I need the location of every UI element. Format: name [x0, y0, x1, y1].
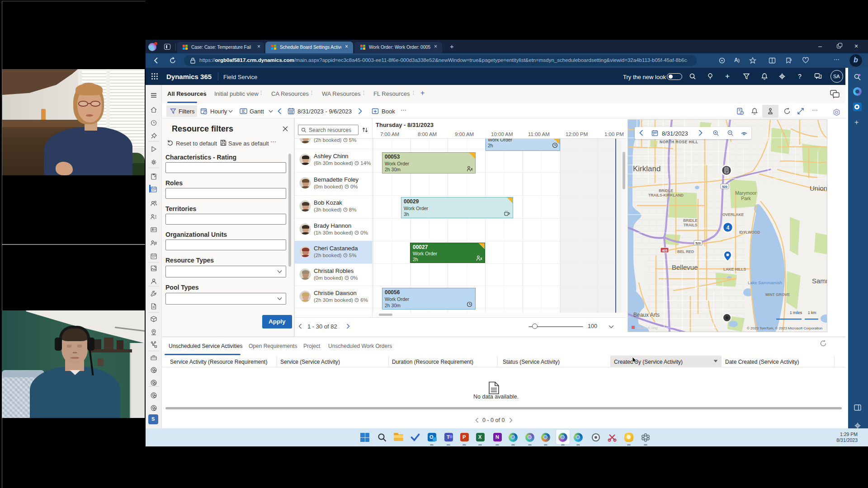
svg-text:LAKE HILLS: LAKE HILLS — [723, 267, 746, 272]
svg-text:Union: Union — [810, 184, 827, 192]
svg-text:Beaux Arts: Beaux Arts — [633, 312, 660, 318]
svg-text:Bellevue: Bellevue — [672, 263, 698, 271]
svg-text:Kirkland: Kirkland — [633, 164, 660, 173]
svg-text:1 km: 1 km — [808, 310, 816, 315]
svg-text:Samm: Samm — [812, 277, 827, 285]
svg-text:4: 4 — [726, 225, 730, 231]
svg-text:Lake Sammamish: Lake Sammamish — [748, 280, 782, 285]
svg-text:TRAILS: TRAILS — [684, 223, 698, 227]
svg-text:OVERLAKE: OVERLAKE — [722, 212, 744, 217]
svg-text:Park: Park — [741, 196, 751, 201]
svg-text:© 2023 TomTom, © 2023 Microsof: © 2023 TomTom, © 2023 Microsoft Corporat… — [747, 326, 822, 330]
svg-text:TRAILS-KIRKLAND: TRAILS-KIRKLAND — [648, 193, 684, 197]
svg-text:Eastgate: Eastgate — [698, 331, 717, 332]
svg-text:405: 405 — [662, 249, 667, 252]
svg-text:NORTH ROSE HILL: NORTH ROSE HILL — [660, 140, 698, 144]
svg-text:BEL RED: BEL RED — [677, 249, 694, 254]
svg-text:520: 520 — [722, 185, 727, 188]
svg-text:BRIDLE: BRIDLE — [683, 218, 698, 223]
svg-text:MINT GROVE: MINT GROVE — [765, 292, 790, 297]
svg-text:IDYLWOOD: IDYLWOOD — [739, 230, 760, 235]
svg-text:Marymoor: Marymoor — [735, 190, 757, 196]
svg-text:BRIDLE: BRIDLE — [659, 188, 673, 193]
svg-text:1 miles: 1 miles — [790, 310, 802, 315]
svg-text:520: 520 — [695, 242, 701, 245]
svg-text:Microsoft Bing: Microsoft Bing — [636, 326, 658, 330]
